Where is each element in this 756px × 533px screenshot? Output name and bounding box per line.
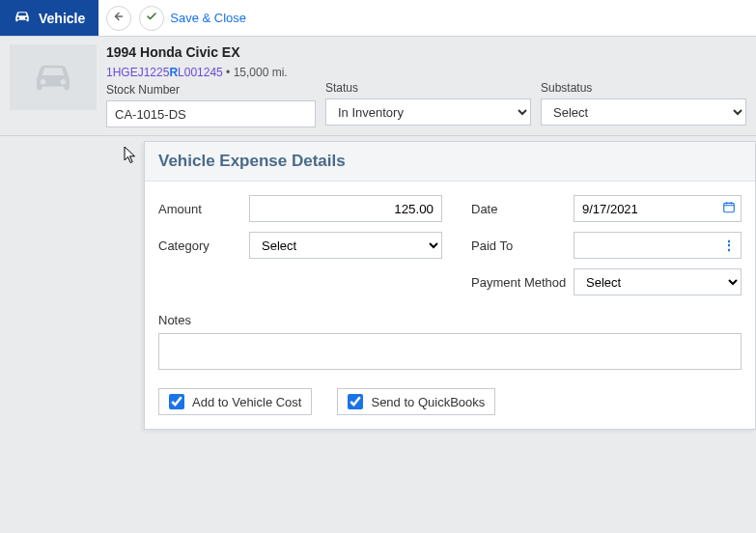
expense-card: Vehicle Expense Details Amount Date Cate…	[144, 141, 756, 430]
more-icon[interactable]: ⋮	[722, 238, 736, 253]
card-header: Vehicle Expense Details	[145, 142, 755, 182]
amount-input[interactable]	[249, 195, 442, 222]
mileage: 15,000 mi.	[234, 66, 288, 79]
vehicle-header: 1994 Honda Civic EX 1HGEJ1225RL001245 • …	[0, 37, 756, 136]
check-icon	[146, 11, 157, 25]
module-chip: Vehicle	[0, 0, 98, 36]
add-to-cost-check[interactable]: Add to Vehicle Cost	[158, 388, 312, 415]
vehicle-thumbnail	[10, 44, 97, 110]
status-label: Status	[325, 81, 531, 95]
add-to-cost-checkbox[interactable]	[169, 394, 184, 409]
payment-method-select[interactable]: Select	[574, 268, 742, 295]
date-field	[574, 195, 742, 222]
back-button[interactable]	[106, 6, 131, 31]
save-close-button[interactable]	[139, 6, 164, 31]
card-title: Vehicle Expense Details	[158, 152, 742, 171]
miles-sep: •	[223, 66, 234, 79]
form-grid: Amount Date Category Select Paid To ⋮	[158, 195, 742, 295]
paidto-field: ⋮	[574, 232, 742, 259]
calendar-icon[interactable]	[722, 201, 736, 217]
vin-check-digit[interactable]: R	[169, 66, 178, 79]
substatus-col: Substatus Select	[541, 44, 746, 127]
send-to-quickbooks-checkbox[interactable]	[348, 394, 363, 409]
amount-label: Amount	[158, 202, 249, 216]
date-label: Date	[471, 202, 574, 216]
add-to-cost-label: Add to Vehicle Cost	[192, 395, 301, 409]
paidto-input[interactable]	[574, 232, 742, 259]
car-icon	[14, 10, 31, 26]
vin-line: 1HGEJ1225RL001245 • 15,000 mi.	[106, 66, 316, 79]
status-col: Status In Inventory	[325, 44, 531, 127]
vin-part1[interactable]: 1HGEJ1225	[106, 66, 169, 79]
save-close-link[interactable]: Save & Close	[170, 11, 246, 25]
arrow-left-icon	[113, 11, 125, 25]
checks-row: Add to Vehicle Cost Send to QuickBooks	[158, 388, 742, 415]
top-bar: Vehicle Save & Close	[0, 0, 756, 37]
category-select[interactable]: Select	[249, 232, 442, 259]
status-select[interactable]: In Inventory	[325, 98, 531, 126]
category-label: Category	[158, 238, 249, 253]
date-input[interactable]	[574, 195, 742, 222]
vin-part2[interactable]: L001245	[178, 66, 223, 79]
notes-label: Notes	[158, 313, 742, 327]
stock-number-label: Stock Number	[106, 83, 316, 97]
notes-textarea[interactable]	[158, 333, 742, 370]
substatus-select[interactable]: Select	[541, 98, 746, 126]
paidto-label: Paid To	[471, 238, 574, 253]
svg-rect-1	[724, 203, 735, 211]
send-to-quickbooks-check[interactable]: Send to QuickBooks	[337, 388, 495, 415]
card-body: Amount Date Category Select Paid To ⋮	[145, 182, 755, 429]
stock-number-input[interactable]	[106, 100, 316, 127]
send-to-quickbooks-label: Send to QuickBooks	[371, 395, 485, 409]
vehicle-info: 1994 Honda Civic EX 1HGEJ1225RL001245 • …	[106, 44, 316, 127]
vehicle-title: 1994 Honda Civic EX	[106, 44, 316, 60]
substatus-label: Substatus	[541, 81, 746, 95]
module-title: Vehicle	[39, 11, 85, 26]
notes-block: Notes	[158, 313, 742, 373]
cursor-icon	[124, 146, 139, 168]
payment-method-label: Payment Method	[471, 275, 574, 290]
